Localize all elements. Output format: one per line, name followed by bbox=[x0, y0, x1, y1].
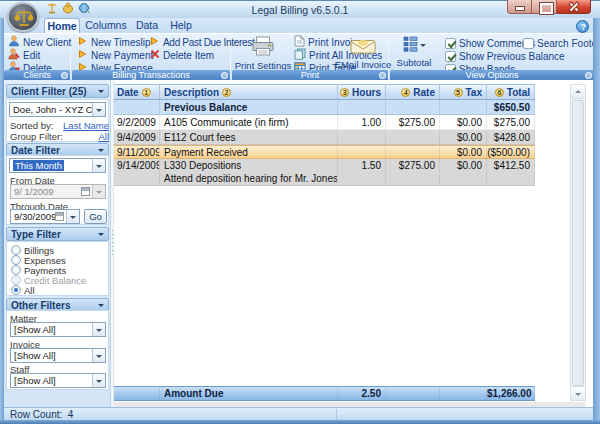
amount-due-total: $1,266.00 bbox=[487, 387, 535, 400]
column-badge: 3 bbox=[340, 88, 349, 97]
chevron-down-icon bbox=[98, 90, 104, 96]
column-badge: 1 bbox=[142, 88, 151, 97]
tab-help[interactable]: Help bbox=[165, 18, 197, 33]
column-header-date[interactable]: Date 1 bbox=[114, 85, 160, 99]
date-range-select[interactable]: This Month bbox=[9, 158, 106, 173]
subtotal-icon bbox=[403, 36, 418, 55]
maximize-button[interactable] bbox=[532, 0, 557, 14]
status-bar: Row Count: 4 bbox=[4, 407, 593, 420]
email-invoice-button[interactable]: EMail Invoice bbox=[338, 38, 388, 70]
edit-client-button[interactable]: Edit bbox=[8, 49, 40, 61]
tab-home[interactable]: Home bbox=[44, 18, 80, 33]
billing-dialog-launcher[interactable] bbox=[221, 72, 228, 79]
hand-icon[interactable] bbox=[62, 2, 74, 14]
clients-dialog-launcher[interactable] bbox=[61, 72, 68, 79]
envelope-icon bbox=[350, 38, 376, 57]
print-settings-button[interactable]: Print Settings bbox=[236, 36, 290, 71]
mini-scales-icon[interactable] bbox=[46, 2, 58, 14]
tab-data[interactable]: Data bbox=[131, 18, 163, 33]
status-divider bbox=[336, 409, 337, 420]
close-button[interactable] bbox=[557, 0, 591, 14]
show-comments-checkbox[interactable]: Show Comments bbox=[445, 37, 535, 49]
delete-x-icon bbox=[150, 49, 160, 61]
dropdown-arrow-icon bbox=[92, 185, 105, 198]
dropdown-arrow-icon[interactable] bbox=[66, 210, 79, 223]
ribbon-tab-row: Home Columns Data Help bbox=[1, 18, 599, 33]
column-badge: 4 bbox=[401, 88, 410, 97]
filter-sidebar: Client Filter (25) Doe, John - XYZ Corpo… bbox=[4, 80, 111, 407]
dropdown-arrow-icon[interactable] bbox=[92, 103, 105, 116]
table-row[interactable]: 9/4/2009 E112 Court fees $0.00 $428.00 bbox=[114, 130, 535, 145]
column-header-description[interactable]: Description 2 bbox=[160, 85, 338, 99]
tab-columns[interactable]: Columns bbox=[83, 18, 129, 33]
calendar-icon bbox=[55, 212, 64, 221]
window-border bbox=[0, 420, 600, 424]
grid-footer-row: Amount Due 2.50 $1,266.00 bbox=[114, 386, 535, 401]
dropdown-arrow-icon[interactable] bbox=[92, 323, 105, 336]
delete-item-button[interactable]: Delete Item bbox=[150, 49, 214, 61]
table-row[interactable]: 9/2/2009 A105 Communicate (in firm) 1.00… bbox=[114, 115, 535, 130]
search-footer-checkbox[interactable]: Search Footer bbox=[523, 37, 600, 49]
radio-payments[interactable] bbox=[11, 265, 21, 275]
table-row-previous-balance[interactable]: Previous Balance $650.50 bbox=[114, 100, 535, 115]
grid-header-row: Date 1 Description 2 3 Hours 4 Rate 5 Ta… bbox=[114, 84, 535, 100]
sorted-by-link[interactable]: Last Name bbox=[63, 120, 109, 131]
checkbox-icon bbox=[445, 51, 456, 62]
ribbon: New Client Edit Delete Clients New Times… bbox=[1, 33, 599, 80]
help-icon[interactable] bbox=[576, 20, 589, 33]
dropdown-arrow-icon[interactable] bbox=[92, 159, 105, 172]
go-button[interactable]: Go bbox=[84, 209, 107, 224]
column-badge: 2 bbox=[222, 88, 231, 97]
app-menu-button[interactable] bbox=[7, 2, 39, 32]
table-row-payment[interactable]: 9/11/2009 Payment Received $0.00 ($500.0… bbox=[114, 145, 535, 159]
checkbox-icon bbox=[445, 38, 456, 49]
group-filter-link[interactable]: All bbox=[98, 131, 109, 142]
group-filter-row: Group Filter: All bbox=[10, 131, 109, 142]
subtotal-button[interactable]: Subtotal bbox=[392, 36, 436, 68]
client-select[interactable]: Doe, John - XYZ Corporation bbox=[9, 102, 106, 117]
ribbon-group-view-options: Subtotal Show Comments Show Previous Bal… bbox=[390, 34, 594, 81]
radio-all[interactable] bbox=[11, 285, 21, 295]
total-hours: 2.50 bbox=[338, 387, 386, 400]
subtotal-dropdown-arrow[interactable] bbox=[420, 44, 426, 50]
new-payment-button[interactable]: New Payment bbox=[78, 49, 153, 61]
type-filter-header[interactable]: Type Filter bbox=[6, 227, 109, 241]
scroll-down-icon[interactable] bbox=[571, 386, 585, 400]
dropdown-arrow-icon[interactable] bbox=[92, 374, 105, 387]
globe-sync-icon[interactable] bbox=[78, 2, 90, 14]
window-border bbox=[0, 18, 4, 424]
client-filter-header[interactable]: Client Filter (25) bbox=[6, 84, 109, 98]
scroll-up-icon[interactable] bbox=[571, 85, 585, 99]
quick-access-toolbar bbox=[46, 2, 90, 14]
dropdown-arrow-icon[interactable] bbox=[92, 349, 105, 362]
column-header-rate[interactable]: 4 Rate bbox=[386, 85, 440, 99]
comment-line: Attend deposition hearing for Mr. Jones bbox=[164, 172, 337, 185]
table-row[interactable]: 9/14/2009 L330 Depositions Attend deposi… bbox=[114, 159, 535, 186]
scrollbar-thumb[interactable] bbox=[572, 100, 584, 386]
invoice-select[interactable]: [Show All] bbox=[10, 348, 106, 363]
window-border bbox=[593, 18, 600, 424]
column-header-tax[interactable]: 5 Tax bbox=[440, 85, 487, 99]
checkbox-icon bbox=[523, 38, 534, 49]
page-icon bbox=[294, 35, 305, 49]
arrow-item-icon bbox=[78, 49, 88, 61]
view-options-dialog-launcher[interactable] bbox=[585, 72, 592, 79]
vertical-scrollbar[interactable] bbox=[570, 84, 586, 401]
new-timeslip-button[interactable]: New Timeslip bbox=[78, 36, 150, 48]
radio-billings[interactable] bbox=[11, 245, 21, 255]
staff-select[interactable]: [Show All] bbox=[10, 373, 106, 388]
minimize-button[interactable] bbox=[507, 0, 532, 14]
new-client-button[interactable]: New Client bbox=[8, 36, 71, 48]
arrow-item-icon bbox=[78, 36, 88, 48]
description-line: L330 Depositions bbox=[164, 159, 337, 172]
radio-expenses[interactable] bbox=[11, 255, 21, 265]
column-badge: 6 bbox=[495, 88, 504, 97]
print-dialog-launcher[interactable] bbox=[379, 72, 386, 79]
column-header-hours[interactable]: 3 Hours bbox=[338, 85, 386, 99]
calendar-icon bbox=[81, 187, 90, 196]
through-date-field[interactable]: 9/30/2009 bbox=[10, 209, 80, 224]
matter-select[interactable]: [Show All] bbox=[10, 322, 106, 337]
column-header-total[interactable]: 6 Total bbox=[487, 85, 535, 99]
show-previous-balance-checkbox[interactable]: Show Previous Balance bbox=[445, 50, 565, 62]
ribbon-group-print: Print Settings Print Invoice Print All I… bbox=[232, 34, 388, 81]
